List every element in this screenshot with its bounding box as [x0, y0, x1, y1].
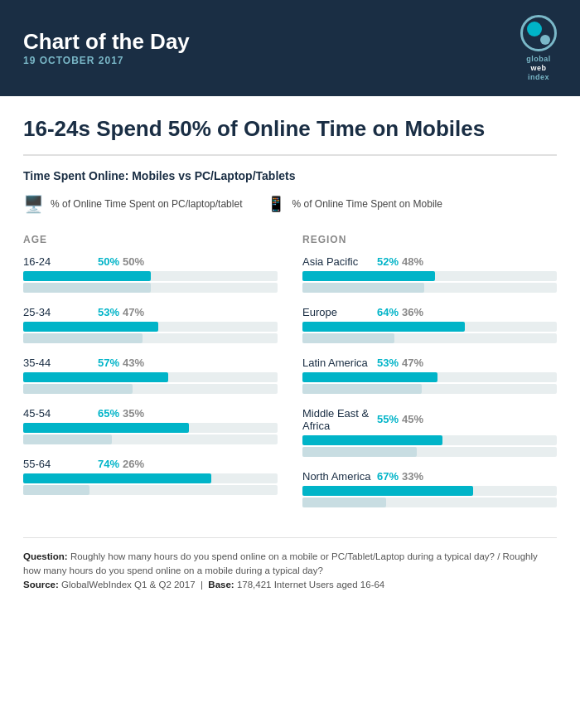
mobile-value: 48%	[402, 255, 423, 268]
mobile-bar-fill	[23, 384, 133, 394]
pc-bar-fill	[302, 372, 437, 382]
bar-values: 65%35%	[98, 407, 144, 420]
bar-label: Asia Pacific	[302, 255, 377, 268]
pc-bar-track	[23, 372, 278, 382]
chart-title: 16-24s Spend 50% of Online Time on Mobil…	[23, 116, 557, 155]
chart-subtitle: Time Spent Online: Mobiles vs PC/Laptop/…	[23, 169, 557, 182]
mobile-bar-fill	[302, 384, 422, 394]
bars-wrapper	[23, 423, 278, 444]
bars-wrapper	[23, 372, 278, 394]
mobile-bar-fill	[23, 333, 143, 343]
mobile-bar-track	[23, 434, 278, 444]
bar-label: 35-44	[23, 357, 98, 369]
logo: global web index	[520, 15, 557, 81]
bar-group: 45-5465%35%	[23, 407, 278, 444]
mobile-value: 35%	[123, 407, 144, 420]
pc-bar-track	[302, 271, 557, 281]
mobile-bar-fill	[23, 434, 112, 444]
mobile-bar-track	[302, 497, 557, 507]
pc-value: 52%	[377, 255, 399, 268]
bar-label: Latin America	[302, 357, 377, 369]
bar-group: 25-3453%47%	[23, 306, 278, 343]
pc-bar-track	[23, 322, 278, 332]
mobile-bar-track	[302, 447, 557, 457]
pc-bar-fill	[23, 372, 168, 382]
bar-values: 52%48%	[377, 255, 423, 268]
main-content: 16-24s Spend 50% of Online Time on Mobil…	[0, 96, 580, 609]
mobile-bar-fill	[302, 497, 386, 507]
bar-label: 45-54	[23, 407, 98, 420]
pc-bar-fill	[23, 423, 189, 433]
mobile-bar-track	[302, 283, 557, 293]
bar-values: 64%36%	[377, 306, 423, 318]
pc-value: 57%	[98, 357, 119, 369]
age-bars: 16-2450%50%25-3453%47%35-4457%43%45-5465…	[23, 255, 278, 495]
bar-row: 45-5465%35%	[23, 407, 278, 420]
mobile-bar-fill	[302, 447, 417, 457]
chart-columns: AGE 16-2450%50%25-3453%47%35-4457%43%45-…	[23, 234, 557, 521]
pc-icon: 🖥️	[23, 194, 44, 214]
mobile-value: 47%	[123, 306, 144, 318]
bar-label: Europe	[302, 306, 377, 318]
pc-value: 55%	[377, 413, 399, 425]
base-text: 178,421 Internet Users aged 16-64	[237, 580, 384, 590]
mobile-value: 33%	[402, 470, 423, 483]
bar-label: 25-34	[23, 306, 98, 318]
source-text: GlobalWebIndex Q1 & Q2 2017	[61, 580, 196, 590]
pc-value: 53%	[98, 306, 119, 318]
bars-wrapper	[23, 473, 278, 495]
bar-group: Asia Pacific52%48%	[302, 255, 557, 293]
mobile-value: 45%	[402, 413, 423, 425]
pc-bar-fill	[23, 271, 151, 281]
mobile-bar-track	[302, 384, 557, 394]
base-label: Base:	[208, 580, 234, 590]
bar-row: Middle East & Africa55%45%	[302, 407, 557, 432]
logo-text: global web index	[526, 55, 551, 81]
age-column: AGE 16-2450%50%25-3453%47%35-4457%43%45-…	[23, 234, 278, 521]
mobile-bar-track	[23, 333, 278, 343]
pc-bar-track	[302, 486, 557, 496]
mobile-bar-track	[23, 283, 278, 293]
pc-bar-fill	[302, 322, 465, 332]
bar-values: 53%47%	[377, 357, 423, 369]
bar-label: Middle East & Africa	[302, 407, 377, 432]
pc-bar-track	[23, 271, 278, 281]
mobile-bar-fill	[23, 485, 89, 495]
bar-values: 67%33%	[377, 470, 423, 483]
column-divider	[278, 234, 302, 521]
mobile-value: 47%	[402, 357, 423, 369]
bar-values: 50%50%	[98, 255, 144, 268]
bars-wrapper	[302, 435, 557, 457]
bar-group: 16-2450%50%	[23, 255, 278, 293]
pc-value: 65%	[98, 407, 119, 420]
mobile-bar-fill	[23, 283, 151, 293]
question-text: Roughly how many hours do you spend onli…	[23, 551, 538, 575]
pc-bar-fill	[302, 271, 435, 281]
pc-value: 67%	[377, 470, 399, 483]
pc-bar-track	[302, 372, 557, 382]
bar-row: 25-3453%47%	[23, 306, 278, 318]
header: Chart of the Day 19 OCTOBER 2017 global …	[0, 0, 580, 96]
bar-group: Latin America53%47%	[302, 357, 557, 394]
pc-bar-fill	[302, 486, 473, 496]
pc-bar-track	[302, 322, 557, 332]
header-title: Chart of the Day	[23, 30, 190, 54]
mobile-bar-fill	[302, 333, 394, 343]
pc-bar-fill	[23, 322, 158, 332]
question-label: Question:	[23, 551, 68, 561]
bar-group: Middle East & Africa55%45%	[302, 407, 557, 457]
bar-row: Latin America53%47%	[302, 357, 557, 369]
mobile-value: 50%	[123, 255, 144, 268]
header-left: Chart of the Day 19 OCTOBER 2017	[23, 30, 190, 67]
pc-value: 64%	[377, 306, 399, 318]
mobile-value: 36%	[402, 306, 423, 318]
region-header: REGION	[302, 234, 557, 245]
bar-row: North America67%33%	[302, 470, 557, 483]
bar-label: 55-64	[23, 458, 98, 470]
bar-values: 74%26%	[98, 458, 144, 470]
bar-group: North America67%33%	[302, 470, 557, 507]
pc-value: 50%	[98, 255, 119, 268]
pc-value: 74%	[98, 458, 119, 470]
bars-wrapper	[302, 486, 557, 507]
bar-group: 55-6474%26%	[23, 458, 278, 495]
